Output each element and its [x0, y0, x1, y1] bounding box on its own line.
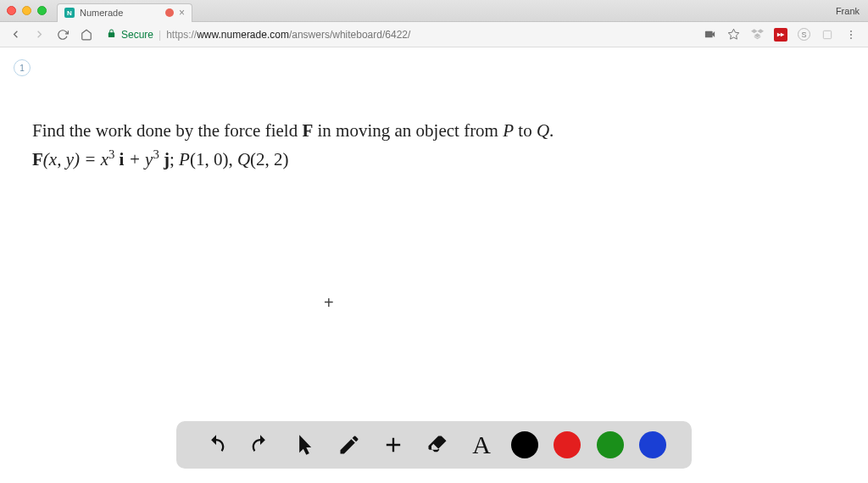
window-controls	[7, 6, 47, 15]
svg-marker-0	[728, 29, 739, 39]
secure-label: Secure	[121, 29, 153, 41]
svg-point-3	[850, 34, 852, 36]
pencil-tool[interactable]	[335, 430, 364, 459]
reload-button[interactable]	[53, 25, 73, 45]
url-divider: |	[159, 29, 161, 41]
svg-rect-1	[823, 31, 831, 38]
dropbox-icon[interactable]	[750, 28, 764, 42]
crosshair-cursor-icon: +	[324, 293, 334, 313]
page-content: 1 Find the work done by the force field …	[0, 47, 868, 483]
undo-button[interactable]	[202, 430, 231, 459]
tab-title: Numerade	[80, 8, 160, 18]
address-bar: Secure | https://www.numerade.com/answer…	[0, 22, 868, 47]
address-bar-icons: ▸▸ S	[703, 28, 863, 42]
url-text: https://www.numerade.com/answers/whitebo…	[166, 29, 410, 41]
star-icon[interactable]	[726, 28, 740, 42]
add-shape-tool[interactable]	[379, 430, 408, 459]
lock-icon	[107, 29, 116, 41]
slide-number-badge[interactable]: 1	[14, 59, 31, 76]
forward-button[interactable]	[29, 25, 49, 45]
browser-tab[interactable]: N Numerade ×	[57, 3, 192, 22]
text-tool[interactable]: A	[467, 430, 496, 459]
home-button[interactable]	[76, 25, 97, 45]
close-tab-icon[interactable]: ×	[179, 8, 185, 18]
color-blue[interactable]	[639, 431, 666, 458]
camera-icon[interactable]	[703, 28, 716, 42]
tab-favicon: N	[64, 8, 75, 18]
menu-icon[interactable]	[844, 28, 858, 42]
close-window-button[interactable]	[7, 6, 16, 15]
pointer-tool[interactable]	[290, 430, 319, 459]
profile-name[interactable]: Frank	[836, 6, 860, 16]
redo-button[interactable]	[246, 430, 275, 459]
minimize-window-button[interactable]	[22, 6, 31, 15]
extension-box-icon[interactable]	[821, 28, 834, 42]
recording-icon	[165, 8, 174, 17]
eraser-tool[interactable]	[423, 430, 452, 459]
youtube-icon[interactable]: ▸▸	[774, 28, 787, 42]
question-text: Find the work done by the force field F …	[32, 117, 836, 173]
color-green[interactable]	[597, 431, 624, 458]
whiteboard-toolbar: A	[176, 421, 692, 469]
back-button[interactable]	[5, 25, 25, 45]
url-field[interactable]: Secure | https://www.numerade.com/answer…	[100, 25, 699, 44]
svg-point-2	[850, 30, 852, 31]
extension-s-icon[interactable]: S	[798, 28, 810, 41]
browser-tab-strip: N Numerade × Frank	[0, 0, 868, 22]
svg-point-4	[850, 37, 852, 39]
question-line-1: Find the work done by the force field F …	[32, 117, 836, 145]
maximize-window-button[interactable]	[37, 6, 47, 15]
color-black[interactable]	[511, 431, 538, 458]
color-red[interactable]	[554, 431, 581, 458]
question-equation: F(x, y) = x3 i + y3 j; P(1, 0), Q(2, 2)	[32, 145, 836, 174]
